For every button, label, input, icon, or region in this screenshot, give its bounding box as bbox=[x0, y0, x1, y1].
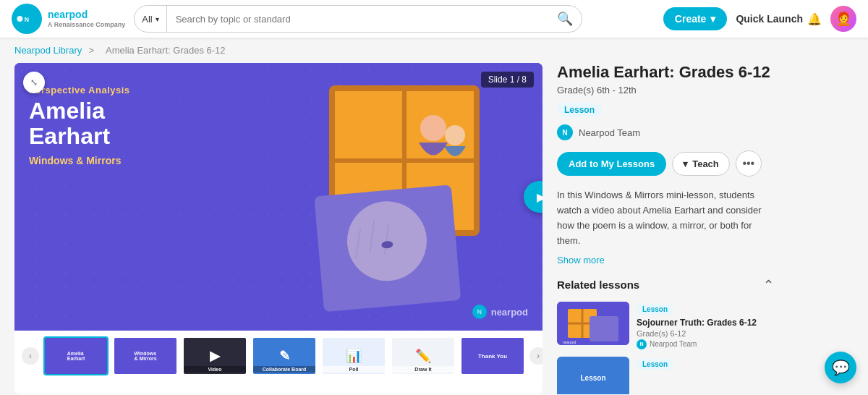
bell-icon: 🔔 bbox=[807, 12, 822, 26]
teach-button[interactable]: ▾ Teach bbox=[672, 152, 730, 176]
search-input[interactable] bbox=[167, 14, 549, 25]
slide-subtitle: Perspective Analysis bbox=[29, 85, 251, 95]
quick-launch-button[interactable]: Quick Launch 🔔 bbox=[736, 12, 822, 26]
related-card-1[interactable]: nearpod Lesson Sojourner Truth: Grades 6… bbox=[557, 302, 774, 349]
thumbnail-4[interactable]: ✎ Collaborate Board bbox=[252, 336, 317, 375]
thumb-label-5: Poll bbox=[323, 366, 385, 373]
logo-text: nearpod A Renaissance Company bbox=[48, 9, 125, 29]
thumb-label-6: Draw It bbox=[392, 366, 454, 373]
related-badge-2: Lesson bbox=[637, 359, 673, 370]
slide-illustration bbox=[252, 63, 543, 331]
slide-text-area: Perspective Analysis AmeliaEarhart Windo… bbox=[29, 85, 251, 166]
related-collapse-button[interactable]: ⌃ bbox=[763, 277, 774, 293]
teach-label: Teach bbox=[692, 158, 719, 169]
create-label: Create bbox=[675, 13, 707, 25]
related-grade-1: Grade(s) 6-12 bbox=[637, 329, 774, 338]
more-icon: ••• bbox=[742, 157, 754, 170]
svg-point-2 bbox=[17, 16, 22, 22]
related-badge-1: Lesson bbox=[637, 304, 673, 315]
slide-content: Perspective Analysis AmeliaEarhart Windo… bbox=[14, 63, 542, 331]
related-name-1: Sojourner Truth: Grades 6-12 bbox=[637, 318, 774, 328]
related-thumb-2: Lesson bbox=[557, 357, 629, 394]
right-panel: Amelia Earhart: Grades 6-12 Grade(s) 6th… bbox=[542, 63, 774, 394]
logo-area: N nearpod A Renaissance Company bbox=[12, 4, 125, 34]
nearpod-logo[interactable]: N bbox=[12, 4, 42, 34]
svg-text:N: N bbox=[25, 16, 29, 23]
search-button[interactable]: 🔍 bbox=[548, 11, 582, 27]
thumbnail-6[interactable]: ✏️ Draw It bbox=[391, 336, 456, 375]
filter-label: All bbox=[142, 14, 152, 25]
lesson-title: Amelia Earhart: Grades 6-12 bbox=[557, 63, 774, 82]
slide-watermark: N nearpod bbox=[472, 305, 528, 319]
chevron-down-icon: ▾ bbox=[683, 158, 688, 169]
expand-icon: ⤡ bbox=[30, 77, 38, 88]
lesson-type-badge: Lesson bbox=[557, 103, 602, 117]
slide-viewer: ⤡ Slide 1 / 8 Perspective Analysis Ameli… bbox=[14, 63, 542, 331]
grade-range: Grade(s) 6th - 12th bbox=[557, 85, 774, 95]
lesson-description: In this Windows & Mirrors mini-lesson, s… bbox=[557, 188, 774, 248]
left-panel: ⤡ Slide 1 / 8 Perspective Analysis Ameli… bbox=[14, 63, 542, 394]
thumbnail-1[interactable]: AmeliaEarhart bbox=[43, 336, 109, 375]
svg-point-8 bbox=[445, 125, 465, 145]
slide-tagline: Windows & Mirrors bbox=[29, 155, 251, 166]
action-row: Add to My Lessons ▾ Teach ••• bbox=[557, 150, 774, 177]
search-icon: 🔍 bbox=[557, 12, 573, 26]
prev-thumb-button[interactable]: ‹ bbox=[22, 347, 39, 365]
related-info-2: Lesson bbox=[637, 357, 774, 394]
chevron-down-icon: ▾ bbox=[710, 13, 715, 25]
svg-text:nearpod: nearpod bbox=[563, 340, 576, 344]
svg-rect-19 bbox=[590, 316, 618, 341]
author-name: Nearpod Team bbox=[579, 127, 640, 138]
search-filter-dropdown[interactable]: All ▾ bbox=[135, 6, 166, 32]
header: N nearpod A Renaissance Company All ▾ 🔍 … bbox=[0, 0, 868, 38]
author-icon: N bbox=[557, 124, 573, 140]
chevron-down-icon: ▾ bbox=[156, 15, 159, 23]
expand-button[interactable]: ⤡ bbox=[23, 72, 45, 93]
thumbnail-7[interactable]: Thank You bbox=[460, 336, 525, 375]
play-icon: ▶ bbox=[537, 190, 543, 204]
thumb-label-3: Video bbox=[184, 366, 246, 373]
related-title: Related lessons bbox=[557, 279, 639, 291]
main-content: ⤡ Slide 1 / 8 Perspective Analysis Ameli… bbox=[0, 63, 868, 394]
thumbnails-strip: ‹ AmeliaEarhart Windows& Mirrors ▶ Video bbox=[14, 331, 542, 381]
header-right: Create ▾ Quick Launch 🔔 🧑‍🦰 bbox=[663, 6, 856, 32]
thumbnail-5[interactable]: 📊 Poll bbox=[321, 336, 386, 375]
author-row: N Nearpod Team bbox=[557, 124, 774, 140]
chat-bubble-button[interactable]: 💬 bbox=[825, 352, 856, 383]
user-avatar[interactable]: 🧑‍🦰 bbox=[830, 6, 856, 32]
show-more-link[interactable]: Show more bbox=[557, 255, 774, 266]
slide-title: AmeliaEarhart bbox=[29, 98, 251, 149]
related-author-icon-1: N bbox=[637, 339, 647, 349]
quick-launch-label: Quick Launch bbox=[736, 13, 803, 25]
chevron-up-icon: ⌃ bbox=[763, 278, 774, 292]
related-author-row-1: N Nearpod Team bbox=[637, 339, 774, 349]
breadcrumb-separator: > bbox=[89, 45, 95, 56]
thumbnail-2[interactable]: Windows& Mirrors bbox=[113, 336, 178, 375]
related-lessons-header: Related lessons ⌃ bbox=[557, 277, 774, 293]
related-info-1: Lesson Sojourner Truth: Grades 6-12 Grad… bbox=[637, 302, 774, 349]
breadcrumb-library-link[interactable]: Nearpod Library bbox=[14, 45, 82, 56]
more-options-button[interactable]: ••• bbox=[736, 150, 762, 177]
slide-badge: Slide 1 / 8 bbox=[481, 72, 534, 88]
create-button[interactable]: Create ▾ bbox=[663, 7, 728, 30]
search-area: All ▾ 🔍 bbox=[134, 5, 582, 33]
related-thumb-1: nearpod bbox=[557, 302, 629, 345]
thumbnail-3[interactable]: ▶ Video bbox=[182, 336, 247, 375]
related-card-2[interactable]: Lesson Lesson bbox=[557, 357, 774, 394]
svg-point-7 bbox=[420, 115, 446, 141]
related-author-name-1: Nearpod Team bbox=[650, 340, 697, 348]
related-thumb-icon-2: Lesson bbox=[580, 374, 605, 382]
thumb-label-4: Collaborate Board bbox=[253, 366, 315, 373]
chat-icon: 💬 bbox=[832, 359, 850, 376]
next-thumb-button[interactable]: › bbox=[529, 347, 542, 365]
add-to-lessons-button[interactable]: Add to My Lessons bbox=[557, 152, 666, 176]
breadcrumb: Nearpod Library > Amelia Earhart: Grades… bbox=[0, 38, 868, 63]
breadcrumb-current: Amelia Earhart: Grades 6-12 bbox=[106, 45, 225, 56]
